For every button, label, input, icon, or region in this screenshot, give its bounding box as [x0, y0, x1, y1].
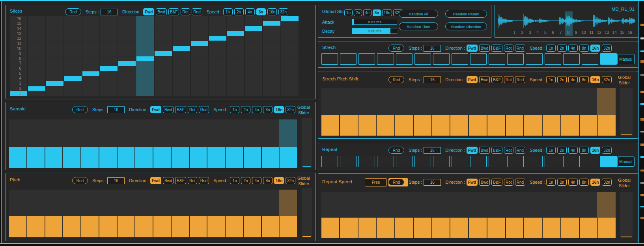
grid-cell[interactable] — [10, 46, 27, 51]
speed-1n-button[interactable]: 1n — [546, 45, 556, 52]
grid-cell[interactable] — [209, 56, 226, 61]
direction-bandf-button[interactable]: B&F — [175, 106, 186, 113]
grid-cell[interactable] — [227, 21, 245, 26]
grid-cell[interactable] — [118, 36, 136, 41]
grid-cell[interactable] — [245, 31, 262, 36]
randomize-button[interactable]: Rnd — [388, 179, 404, 186]
step-slot[interactable] — [545, 156, 561, 167]
speed-2n-button[interactable]: 2n — [557, 147, 567, 154]
grid-cell[interactable] — [173, 31, 190, 36]
step-bar[interactable] — [524, 218, 542, 238]
direction-bwd-button[interactable]: Bwd — [479, 45, 490, 52]
grid-cell[interactable] — [281, 36, 299, 41]
step-bar[interactable] — [377, 218, 394, 238]
grid-cell[interactable] — [82, 26, 100, 31]
sample-multislider[interactable] — [9, 119, 297, 168]
grid-cell[interactable] — [281, 76, 299, 81]
grid-cell[interactable] — [209, 46, 226, 51]
step-bar[interactable] — [450, 115, 468, 136]
grid-cell[interactable] — [263, 76, 280, 81]
global-slider[interactable] — [302, 118, 312, 168]
step-slot[interactable] — [321, 156, 338, 167]
grid-cell[interactable] — [28, 91, 45, 96]
grid-cell[interactable] — [155, 46, 172, 51]
grid-cell[interactable] — [263, 46, 280, 51]
step-bar[interactable] — [226, 216, 243, 237]
speed-16n-button[interactable]: 16n — [267, 8, 277, 15]
grid-cell[interactable] — [28, 41, 45, 46]
speed-32n-button[interactable]: 32n — [278, 8, 288, 15]
grid-cell[interactable] — [191, 61, 208, 66]
grid-cell[interactable] — [263, 86, 280, 91]
step-bar[interactable] — [321, 218, 339, 238]
step-slot[interactable] — [396, 156, 413, 167]
grid-cell[interactable] — [209, 61, 226, 66]
manual-button[interactable]: Manual — [617, 54, 635, 64]
step-slot[interactable] — [452, 53, 468, 65]
direction-bandf-button[interactable]: B&F — [168, 8, 179, 15]
grid-cell[interactable] — [118, 51, 136, 56]
speed-4n-button[interactable]: 4n — [245, 8, 255, 15]
grid-cell[interactable] — [100, 16, 118, 21]
step-slot[interactable] — [563, 156, 580, 167]
grid-cell[interactable] — [263, 61, 280, 66]
grid-cell[interactable] — [209, 16, 226, 21]
grid-cell[interactable] — [245, 46, 262, 51]
step-slot[interactable] — [377, 53, 394, 65]
steps-value[interactable]: 16 — [101, 9, 118, 15]
direction-fwd-button[interactable]: Fwd — [467, 179, 478, 186]
speed-1n-button[interactable]: 1n — [546, 147, 556, 154]
grid-cell[interactable] — [191, 56, 208, 61]
speed-4n-button[interactable]: 4n — [252, 106, 261, 113]
step-bar[interactable] — [207, 216, 225, 237]
grid-cell[interactable] — [227, 16, 245, 21]
grid-cell[interactable] — [263, 56, 280, 61]
speed-1n-button[interactable]: 1n — [223, 8, 233, 15]
grid-cell[interactable] — [281, 81, 299, 86]
step-bar[interactable] — [487, 115, 505, 136]
grid-cell[interactable] — [245, 56, 262, 61]
grid-cell[interactable] — [263, 21, 280, 26]
grid-cell[interactable] — [28, 61, 45, 66]
grid-cell[interactable] — [227, 81, 245, 86]
grid-cell[interactable] — [46, 91, 63, 96]
step-slot[interactable] — [377, 156, 394, 167]
grid-cell[interactable] — [281, 86, 299, 91]
grid-cell[interactable] — [46, 41, 63, 46]
grid-cell[interactable] — [10, 41, 27, 46]
direction-fwd-button[interactable]: Fwd — [150, 177, 161, 184]
step-bar[interactable] — [207, 147, 225, 168]
step-bar[interactable] — [262, 147, 279, 168]
direction-bwd-button[interactable]: Bwd — [479, 179, 490, 186]
grid-cell[interactable] — [263, 51, 280, 56]
grid-cell[interactable] — [28, 46, 45, 51]
direction-rot-button[interactable]: Rot — [181, 8, 190, 15]
step-bar[interactable] — [153, 216, 171, 237]
speed-8n-button[interactable]: 8n — [579, 76, 589, 83]
step-bar[interactable] — [358, 115, 376, 136]
speed-2n-button[interactable]: 2n — [557, 179, 567, 186]
grid-cell[interactable] — [245, 36, 262, 41]
grid-cell[interactable] — [10, 16, 27, 21]
step-bar[interactable] — [506, 218, 524, 238]
grid-cell[interactable] — [118, 91, 136, 96]
step-bar[interactable] — [63, 216, 80, 237]
grid-cell[interactable] — [281, 61, 299, 66]
repeat-steps[interactable] — [321, 156, 617, 167]
direction-bwd-button[interactable]: Bwd — [163, 106, 174, 113]
grid-cell[interactable] — [227, 51, 245, 56]
grid-cell[interactable] — [64, 46, 82, 51]
grid-cell[interactable] — [263, 41, 280, 46]
direction-rnd-button[interactable]: Rnd — [515, 45, 525, 52]
global-slider[interactable] — [620, 88, 633, 136]
speed-32n-button[interactable]: 32n — [602, 179, 612, 186]
step-bar[interactable] — [580, 115, 597, 136]
direction-rnd-button[interactable]: Rnd — [199, 106, 209, 113]
step-slot[interactable] — [489, 156, 505, 167]
grid-cell[interactable] — [209, 36, 226, 41]
grid-cell[interactable] — [209, 31, 226, 36]
grid-cell[interactable] — [118, 41, 136, 46]
grid-cell[interactable] — [155, 21, 172, 26]
randomize-button[interactable]: Rnd — [388, 76, 404, 83]
speed-4n-button[interactable]: 4n — [568, 179, 578, 186]
